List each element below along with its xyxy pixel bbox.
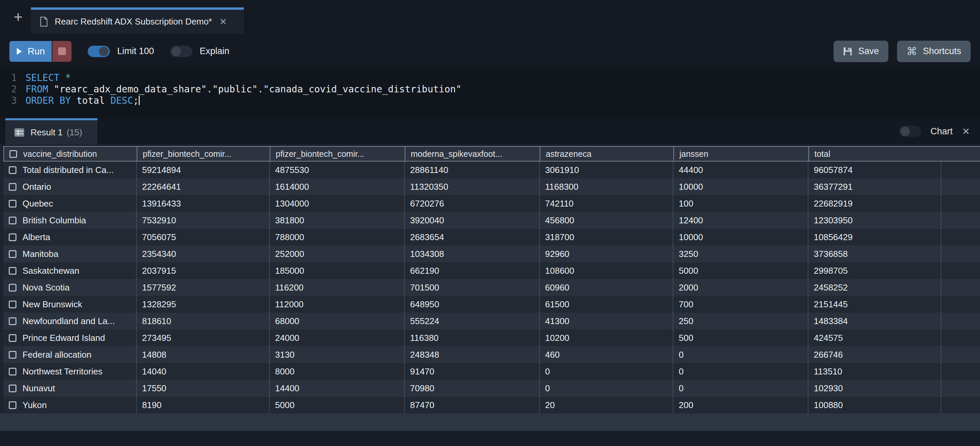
row-checkbox[interactable] (9, 301, 16, 308)
header-cell-1[interactable]: pfizer_biontech_comir... (137, 146, 270, 161)
cell-value: 3130 (275, 350, 294, 360)
header-cell-2[interactable]: pfizer_biontech_comir... (270, 146, 406, 161)
result-tab[interactable]: Result 1 (15) (5, 118, 97, 144)
sql-token: total (71, 95, 110, 106)
cell-value: 250 (679, 316, 693, 327)
header-cell-0[interactable]: vaccine_distribution (3, 146, 137, 161)
cell-value: 248348 (410, 350, 439, 360)
table-row[interactable]: Alberta705607578800026836543187001000010… (3, 229, 980, 245)
header-cell-4[interactable]: astrazeneca (540, 146, 674, 161)
sql-code: ORDER BY total DESC; (25, 95, 140, 107)
table-row[interactable]: Saskatchewan2037915185000662190108600500… (3, 262, 980, 279)
stop-button[interactable] (52, 41, 72, 62)
row-checkbox[interactable] (9, 368, 16, 376)
cell-value: 2037915 (142, 266, 176, 276)
row-checkbox[interactable] (9, 284, 16, 291)
table-row[interactable]: British Columbia753291038180039200404568… (3, 212, 980, 229)
tab-strip: + Rearc Redshift ADX Subscription Demo* … (0, 0, 980, 33)
table-row[interactable]: Federal allocation1480831302483484600266… (3, 346, 980, 363)
cell-value: 100880 (814, 400, 843, 410)
row-checkbox[interactable] (9, 351, 16, 359)
row-checkbox[interactable] (9, 233, 16, 241)
cell-value: 41300 (545, 316, 569, 327)
table-header: vaccine_distributionpfizer_biontech_comi… (3, 146, 980, 161)
tab-close-button[interactable]: ✕ (219, 16, 227, 27)
table-cell: 3250 (673, 245, 808, 262)
sql-token: DESC (110, 95, 133, 106)
cell-value: Total distributed in Ca... (22, 165, 114, 175)
limit-toggle[interactable] (88, 46, 110, 57)
table-cell: 14400 (270, 380, 405, 397)
cell-value: 113510 (814, 366, 842, 377)
row-checkbox[interactable] (9, 217, 16, 225)
shortcuts-button-label: Shortcuts (923, 46, 961, 56)
table-cell: Prince Edward Island (3, 330, 137, 346)
table-row[interactable]: New Brunswick132829511200064895061500700… (3, 296, 980, 313)
table-cell: 100 (673, 195, 808, 212)
table-cell: 250 (673, 313, 808, 330)
save-button[interactable]: Save (834, 41, 888, 62)
cell-value: 61500 (545, 299, 569, 310)
row-filler (941, 346, 980, 363)
table-row[interactable]: Quebec1391643313040006720276742110100226… (3, 195, 980, 212)
table-cell: 3736858 (808, 245, 941, 262)
row-checkbox[interactable] (9, 250, 16, 258)
table-row[interactable]: Nunavut17550144007098000102930 (3, 380, 980, 397)
editor-lines: 1SELECT *2FROM "rearc_adx_demo_data_shar… (4, 72, 980, 107)
table-row[interactable]: Northwest Territories1404080009147000113… (3, 363, 980, 380)
table-cell: 17550 (137, 380, 270, 397)
table-row[interactable]: Nova Scotia15775921162007015006096020002… (3, 279, 980, 296)
row-checkbox[interactable] (9, 317, 16, 325)
table-cell: 13916433 (137, 195, 270, 212)
table-row[interactable]: Newfoundland and La...818610680005552244… (3, 313, 980, 330)
new-tab-button[interactable]: + (9, 7, 27, 26)
row-checkbox[interactable] (9, 200, 16, 207)
cell-value: 3061910 (545, 165, 579, 175)
header-cell-3[interactable]: moderna_spikevaxfoot... (405, 146, 540, 161)
row-checkbox[interactable] (9, 334, 16, 342)
row-filler (941, 161, 980, 178)
chart-toggle-knob (900, 127, 910, 136)
chart-toggle[interactable] (899, 126, 921, 137)
explain-toggle[interactable] (170, 46, 192, 57)
code-line-3[interactable]: 3ORDER BY total DESC; (4, 95, 980, 107)
cell-value: 1034308 (410, 249, 444, 259)
table-cell: Newfoundland and La... (3, 313, 137, 330)
sql-editor[interactable]: 1SELECT *2FROM "rearc_adx_demo_data_shar… (0, 69, 980, 118)
cell-value: 4875530 (275, 165, 309, 175)
cell-value: 108600 (545, 266, 574, 276)
row-checkbox[interactable] (9, 384, 16, 392)
cell-value: 68000 (275, 316, 299, 327)
header-cell-6[interactable]: total (808, 146, 942, 161)
table-cell: 266746 (808, 346, 941, 363)
shortcuts-button[interactable]: ⌘ Shortcuts (897, 41, 970, 62)
table-row[interactable]: Total distributed in Ca...59214894487553… (3, 161, 980, 178)
header-checkbox[interactable] (10, 150, 17, 158)
column-label: janssen (679, 149, 708, 159)
code-line-2[interactable]: 2FROM "rearc_adx_demo_data_share"."publi… (4, 84, 980, 95)
table-row[interactable]: Prince Edward Island27349524000116380102… (3, 330, 980, 346)
table-cell: Northwest Territories (3, 363, 137, 380)
line-number: 3 (4, 95, 17, 107)
table-cell: 248348 (405, 346, 540, 363)
table-cell: 5000 (270, 397, 405, 413)
table-cell: 14808 (137, 346, 270, 363)
cell-value: 14400 (275, 383, 299, 393)
table-row[interactable]: Yukon819050008747020200100880 (3, 397, 980, 413)
header-cell-5[interactable]: janssen (673, 146, 809, 161)
code-line-1[interactable]: 1SELECT * (4, 72, 980, 84)
row-checkbox[interactable] (9, 183, 16, 191)
row-checkbox[interactable] (9, 267, 16, 275)
table-row[interactable]: Manitoba23543402520001034308929603250373… (3, 245, 980, 262)
table-row[interactable]: Ontario222646411614000113203501168300100… (3, 178, 980, 195)
row-checkbox[interactable] (9, 166, 16, 174)
cell-value: 456800 (545, 215, 574, 226)
table-cell: 8190 (137, 397, 270, 413)
row-checkbox[interactable] (9, 401, 16, 409)
cell-value: 460 (545, 350, 560, 360)
cell-value: 102930 (814, 383, 843, 393)
file-tab[interactable]: Rearc Redshift ADX Subscription Demo* ✕ (31, 7, 244, 33)
run-button-label: Run (27, 46, 45, 57)
results-close-button[interactable]: ✕ (962, 126, 970, 137)
run-button[interactable]: Run (10, 41, 52, 62)
